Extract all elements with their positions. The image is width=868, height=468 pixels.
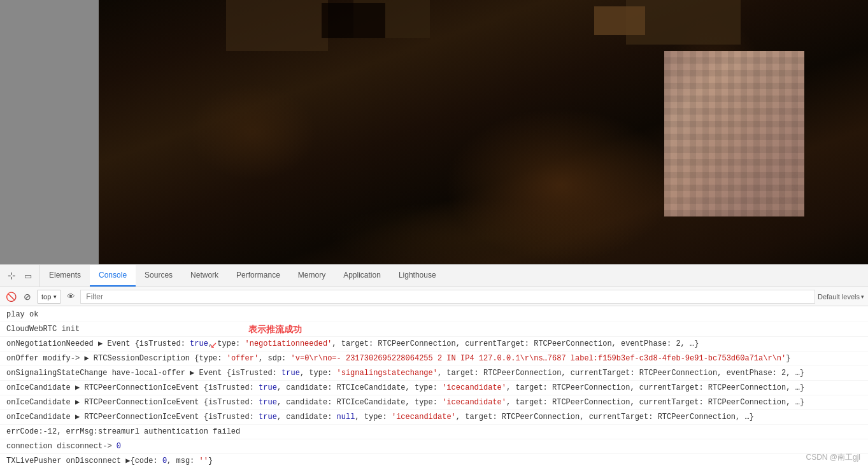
console-line: onOffer modify-> ▶ RTCSessionDescription… bbox=[0, 351, 868, 366]
console-line: TXLivePusher onDisconnect ▶{code: 0, msg… bbox=[0, 454, 868, 468]
console-line: onIceCandidate ▶ RTCPeerConnectionIceEve… bbox=[0, 410, 868, 425]
console-line: onIceCandidate ▶ RTCPeerConnectionIceEve… bbox=[0, 395, 868, 410]
filter-input[interactable] bbox=[80, 290, 815, 304]
clear-console-icon[interactable]: 🚫 bbox=[4, 290, 18, 304]
console-line: connection disconnect-> 0 bbox=[0, 439, 868, 454]
inspect-icon[interactable]: ⊹ bbox=[4, 268, 19, 283]
console-line: onNegotiationNeeded ▶ Event {isTrusted: … bbox=[0, 337, 868, 351]
console-line: errCode:-12, errMsg:streamurl authentica… bbox=[0, 425, 868, 439]
devtools-panel: ⊹ ▭ Elements Console Sources Network Per… bbox=[0, 264, 868, 468]
eye-icon[interactable]: 👁 bbox=[64, 290, 78, 304]
tab-elements[interactable]: Elements bbox=[40, 265, 90, 287]
console-line: CloudWebRTC init bbox=[0, 322, 868, 337]
tab-performance[interactable]: Performance bbox=[227, 265, 289, 287]
console-line: play ok bbox=[0, 308, 868, 322]
tab-sources[interactable]: Sources bbox=[136, 265, 181, 287]
console-line: onSignalingStateChange have-local-offer … bbox=[0, 366, 868, 381]
console-toolbar: 🚫 ⊘ top ▾ 👁 Default levels ▾ bbox=[0, 287, 868, 306]
tab-memory[interactable]: Memory bbox=[289, 265, 334, 287]
tab-application[interactable]: Application bbox=[334, 265, 390, 287]
console-content: 表示推流成功 ↙ play ok CloudWebRTC init onNego… bbox=[0, 306, 868, 468]
default-levels-selector[interactable]: Default levels ▾ bbox=[818, 293, 864, 301]
device-toolbar-icon[interactable]: ▭ bbox=[20, 268, 36, 283]
tab-console[interactable]: Console bbox=[90, 265, 136, 287]
devtools-tabbar: ⊹ ▭ Elements Console Sources Network Per… bbox=[0, 265, 868, 287]
context-selector[interactable]: top ▾ bbox=[37, 290, 61, 304]
tab-lighthouse[interactable]: Lighthouse bbox=[390, 265, 445, 287]
watermark: CSDN @南工gjl bbox=[806, 452, 860, 463]
block-network-icon[interactable]: ⊘ bbox=[20, 290, 34, 304]
video-container bbox=[99, 0, 868, 264]
tab-network[interactable]: Network bbox=[181, 265, 227, 287]
left-sidebar bbox=[0, 0, 99, 264]
console-line: onIceCandidate ▶ RTCPeerConnectionIceEve… bbox=[0, 381, 868, 395]
